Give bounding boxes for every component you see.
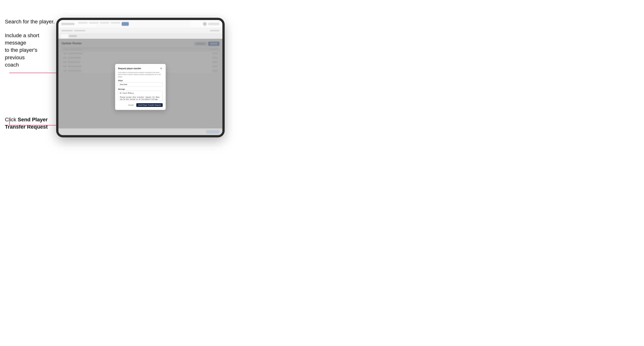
header-right bbox=[203, 22, 220, 26]
tablet-device: Update Roster bbox=[56, 18, 225, 137]
nav-item-4 bbox=[111, 22, 120, 23]
annotation-message: Include a short message to the player's … bbox=[5, 32, 54, 68]
bottom-bar bbox=[58, 128, 222, 135]
nav-item-active bbox=[122, 22, 129, 26]
modal-footer: Cancel Send Player Transfer Request bbox=[118, 103, 163, 107]
message-textarea[interactable]: Hi Coach McHarg, Please accept this tran… bbox=[118, 91, 163, 101]
main-content: Update Roster bbox=[58, 39, 222, 135]
tablet-screen: Update Roster bbox=[58, 20, 222, 135]
subheader-right bbox=[210, 30, 220, 31]
app-subheader bbox=[58, 28, 222, 33]
tab-active bbox=[61, 34, 68, 38]
tab-bar bbox=[58, 33, 222, 39]
subheader-item-1 bbox=[62, 30, 73, 31]
player-input[interactable] bbox=[118, 82, 163, 87]
annotation-search: Search for the player. bbox=[5, 19, 55, 25]
tab-1 bbox=[69, 35, 77, 37]
close-icon[interactable]: ✕ bbox=[160, 67, 163, 70]
cancel-button[interactable]: Cancel bbox=[126, 103, 135, 107]
bottom-action-btn bbox=[206, 130, 220, 134]
annotation-click: Click Send Player Transfer Request bbox=[5, 116, 54, 131]
modal-description: If the player is transferring from anoth… bbox=[118, 71, 163, 78]
app-nav bbox=[78, 22, 129, 26]
app-header bbox=[58, 20, 222, 28]
modal-header: Request player transfer ✕ bbox=[118, 67, 163, 70]
nav-item-3 bbox=[100, 22, 109, 23]
nav-item-2 bbox=[89, 22, 98, 23]
modal-title: Request player transfer bbox=[118, 67, 141, 70]
header-avatar bbox=[203, 22, 207, 26]
header-btn bbox=[208, 23, 220, 25]
send-transfer-request-button[interactable]: Send Player Transfer Request bbox=[136, 103, 163, 107]
nav-item-1 bbox=[78, 22, 88, 23]
app-logo bbox=[62, 23, 74, 25]
modal-overlay: Request player transfer ✕ If the player … bbox=[58, 39, 222, 135]
message-field-label: Message bbox=[118, 88, 163, 90]
player-field-label: Player bbox=[118, 80, 163, 81]
subheader-item-2 bbox=[74, 30, 85, 31]
request-transfer-modal: Request player transfer ✕ If the player … bbox=[115, 64, 166, 110]
